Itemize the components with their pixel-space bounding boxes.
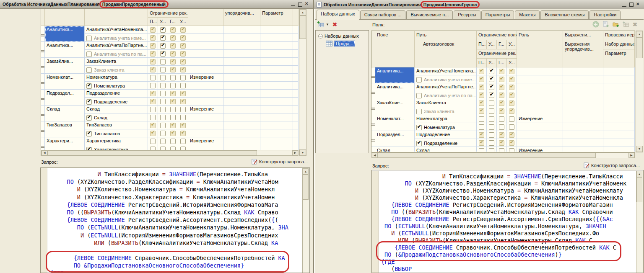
- restriction-checkbox[interactable]: [489, 69, 494, 74]
- field-extra-cell[interactable]: [603, 139, 635, 147]
- query-constructor-link[interactable]: Конструктор запроса...: [584, 162, 640, 168]
- add-dataset-icon[interactable]: [317, 21, 324, 28]
- tree-node-dataset-sales[interactable]: Прода...: [318, 40, 369, 47]
- field-extra-cell[interactable]: [223, 26, 260, 34]
- restriction-checkbox[interactable]: [489, 100, 494, 106]
- field-autotitle-cell[interactable]: Аналитика учета номе...: [85, 34, 148, 42]
- scroll-left-icon[interactable]: ◀: [42, 150, 47, 155]
- restriction-checkbox[interactable]: [180, 147, 186, 150]
- field-role-cell[interactable]: [517, 67, 563, 75]
- restriction-checkbox[interactable]: [479, 148, 484, 152]
- restriction-checkbox[interactable]: [170, 75, 176, 80]
- field-path-cell[interactable]: Склад: [85, 106, 148, 113]
- field-extra-cell[interactable]: [293, 98, 299, 106]
- field-name-cell[interactable]: Подраздел...: [375, 131, 415, 147]
- restriction-checkbox[interactable]: [160, 67, 166, 72]
- restriction-checkbox[interactable]: [170, 139, 176, 144]
- field-extra-cell[interactable]: [260, 58, 293, 66]
- field-extra-cell[interactable]: [223, 98, 260, 106]
- scroll-thumb[interactable]: [378, 153, 596, 158]
- scroll-thumb[interactable]: [636, 177, 642, 202]
- field-extra-cell[interactable]: [260, 98, 293, 106]
- drag-handle[interactable]: [41, 137, 45, 150]
- titlebar[interactable]: Обработка ИсточникиДанныхПланирования: П…: [0, 0, 313, 9]
- field-extra-cell[interactable]: [293, 113, 299, 121]
- field-path-cell[interactable]: АналитикаУчетаНоменкла...: [415, 67, 477, 75]
- field-extra-cell[interactable]: [603, 115, 635, 123]
- field-extra-cell[interactable]: [293, 106, 299, 113]
- tab-3[interactable]: Вычисляемые п...: [406, 10, 453, 19]
- field-name-cell[interactable]: Склад: [45, 106, 85, 121]
- v-scrollbar[interactable]: ▲ ▼: [299, 9, 306, 156]
- field-extra-cell[interactable]: [260, 121, 293, 129]
- restriction-checkbox[interactable]: [509, 108, 514, 114]
- field-name-cell[interactable]: Аналитика...: [375, 67, 415, 83]
- restriction-checkbox[interactable]: [180, 27, 186, 33]
- close-icon[interactable]: [305, 2, 309, 6]
- field-path-cell[interactable]: ЗаказКлиента: [85, 58, 148, 66]
- restriction-checkbox[interactable]: [489, 77, 494, 82]
- restriction-checkbox[interactable]: [160, 83, 166, 88]
- restriction-checkbox[interactable]: [180, 43, 186, 49]
- restriction-checkbox[interactable]: [479, 108, 484, 114]
- field-extra-cell[interactable]: [603, 123, 635, 131]
- field-autotitle-cell[interactable]: Номенклатура: [415, 123, 477, 131]
- drag-handle[interactable]: [41, 121, 45, 137]
- field-extra-cell[interactable]: [260, 50, 293, 58]
- field-autotitle-cell[interactable]: Тип запасов: [85, 129, 148, 137]
- restriction-checkbox[interactable]: [499, 140, 504, 146]
- tab-5[interactable]: Параметры: [481, 10, 514, 19]
- restriction-checkbox[interactable]: [180, 131, 186, 136]
- query-text[interactable]: И ТипКлассификации = ЗНАЧЕНИЕ(Перечислен…: [48, 168, 302, 273]
- restriction-checkbox[interactable]: [150, 123, 156, 128]
- restriction-checkbox[interactable]: [509, 140, 514, 146]
- field-name-cell[interactable]: Аналитика...: [375, 83, 415, 99]
- autotitle-checkbox[interactable]: [86, 67, 92, 73]
- restriction-checkbox[interactable]: [499, 93, 504, 98]
- restriction-checkbox[interactable]: [170, 147, 176, 150]
- restriction-checkbox[interactable]: [150, 43, 156, 49]
- restriction-checkbox[interactable]: [180, 123, 186, 128]
- field-extra-cell[interactable]: [603, 107, 635, 115]
- field-role-cell[interactable]: [517, 131, 563, 139]
- drag-handle[interactable]: [41, 42, 45, 58]
- restriction-checkbox[interactable]: [180, 91, 186, 96]
- field-path-cell[interactable]: Характеристика: [85, 137, 148, 145]
- field-name-cell[interactable]: Номенклат...: [45, 74, 85, 90]
- restriction-checkbox[interactable]: [479, 85, 484, 90]
- add-nested-table-icon[interactable]: [623, 21, 629, 28]
- restriction-checkbox[interactable]: [170, 35, 176, 41]
- field-role-cell[interactable]: [188, 58, 223, 66]
- restriction-checkbox[interactable]: [170, 67, 176, 72]
- restriction-checkbox[interactable]: [479, 93, 484, 98]
- restriction-checkbox[interactable]: [499, 148, 504, 152]
- field-name-cell[interactable]: Аналитика...: [45, 42, 85, 58]
- field-role-cell[interactable]: [517, 99, 563, 107]
- restriction-checkbox[interactable]: [509, 85, 514, 90]
- field-name-cell[interactable]: Номенклат...: [375, 115, 415, 131]
- field-extra-cell[interactable]: [293, 26, 299, 34]
- field-extra-cell[interactable]: [223, 113, 260, 121]
- field-name-cell[interactable]: ЗаказКлие...: [45, 58, 85, 74]
- field-extra-cell[interactable]: [603, 147, 635, 152]
- restriction-checkbox[interactable]: [160, 91, 166, 96]
- restriction-checkbox[interactable]: [150, 67, 156, 72]
- drag-handle[interactable]: [41, 90, 45, 106]
- autotitle-checkbox[interactable]: [416, 125, 422, 130]
- field-extra-cell[interactable]: [260, 113, 293, 121]
- scroll-thumb[interactable]: [636, 37, 643, 58]
- h-scrollbar[interactable]: ◀ ▶: [41, 150, 299, 156]
- field-extra-cell[interactable]: [260, 74, 293, 82]
- restriction-checkbox[interactable]: [160, 75, 166, 80]
- restriction-checkbox[interactable]: [479, 69, 484, 74]
- restriction-checkbox[interactable]: [180, 51, 186, 57]
- field-role-cell[interactable]: [517, 139, 563, 147]
- field-extra-cell[interactable]: [223, 58, 260, 66]
- titlebar[interactable]: Обработка ИсточникиДанныхПланирования: П…: [314, 0, 644, 9]
- scroll-down-icon[interactable]: ▼: [299, 149, 306, 156]
- drag-handle[interactable]: [371, 147, 375, 152]
- field-role-cell[interactable]: Измерение: [517, 147, 563, 152]
- restriction-checkbox[interactable]: [509, 93, 514, 98]
- minimize-icon[interactable]: [291, 2, 295, 6]
- restriction-checkbox[interactable]: [489, 93, 494, 98]
